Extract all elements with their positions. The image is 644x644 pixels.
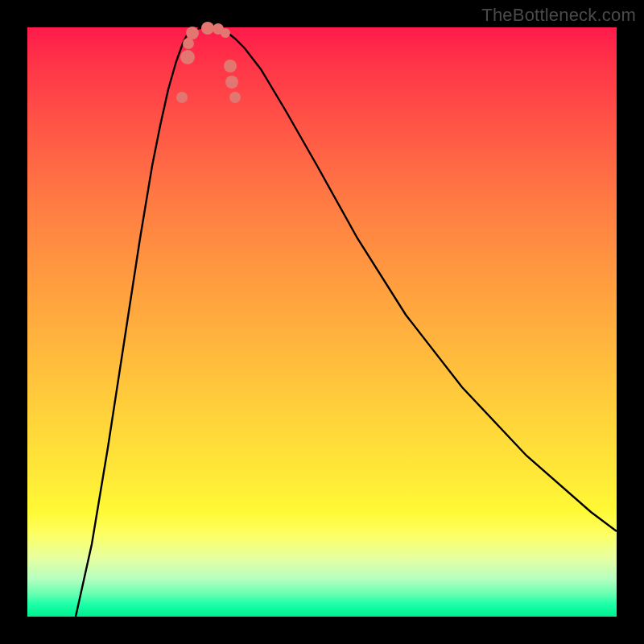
data-marker xyxy=(201,22,214,35)
chart-frame: TheBottleneck.com xyxy=(0,0,644,644)
attribution-watermark: TheBottleneck.com xyxy=(481,5,636,26)
bottleneck-line-chart xyxy=(27,27,617,617)
bottleneck-curve xyxy=(76,27,617,617)
data-marker xyxy=(183,38,194,49)
data-marker xyxy=(176,92,188,103)
plot-area xyxy=(27,27,617,617)
data-marker xyxy=(180,50,195,64)
data-marker xyxy=(221,28,230,38)
data-marker xyxy=(186,27,199,39)
data-marker xyxy=(225,76,238,89)
data-markers xyxy=(176,22,241,103)
data-marker xyxy=(229,92,241,103)
data-marker xyxy=(224,60,237,72)
